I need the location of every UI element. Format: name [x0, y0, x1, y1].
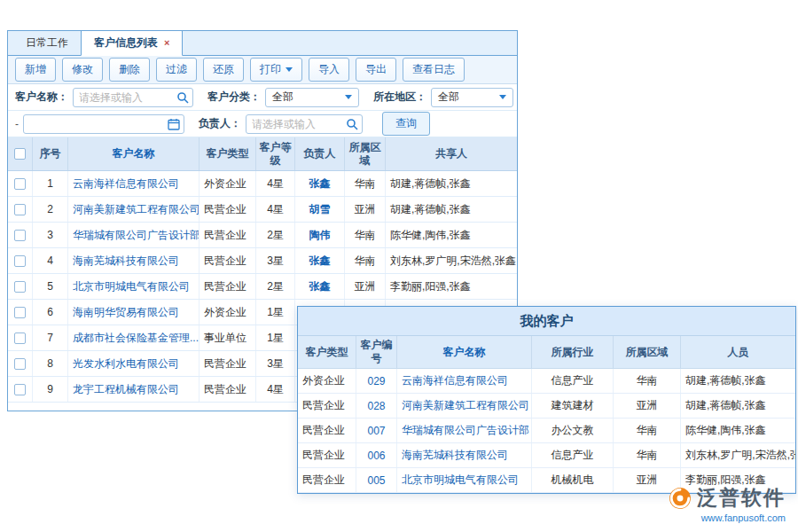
toolbar-button[interactable]: 导出	[356, 58, 396, 82]
cell-customer-code-link[interactable]: 006	[356, 443, 397, 467]
cell-no: 2	[33, 197, 68, 222]
cell-customer-name-link[interactable]: 河南美新建筑工程有限公司	[68, 197, 200, 222]
toolbar-button[interactable]: 查看日志	[403, 58, 465, 82]
table-row: 2 河南美新建筑工程有限公司 民营企业 4星 胡雪 亚洲 胡建,蒋德帧,张鑫	[8, 197, 517, 223]
cell-customer-type: 民营企业	[200, 197, 256, 222]
vendor-logo: 泛普软件 www.fanpusoft.com	[669, 484, 786, 523]
cell-no: 6	[33, 300, 68, 325]
cell-customer-name-link[interactable]: 云南海祥信息有限公司	[68, 171, 200, 196]
checkbox-cell	[8, 274, 33, 299]
search-icon[interactable]	[176, 91, 189, 104]
cell-manager-link[interactable]: 张鑫	[295, 248, 345, 273]
cell-customer-type: 外资企业	[298, 369, 356, 393]
close-icon[interactable]: ×	[164, 38, 169, 48]
checkbox-cell	[8, 248, 33, 273]
header-region: 所属区域	[614, 336, 681, 368]
cell-customer-name-link[interactable]: 海南芜城科技有限公司	[397, 443, 532, 467]
cell-customer-name-link[interactable]: 北京市明城电气有限公司	[397, 468, 532, 492]
cell-customer-name-link[interactable]: 龙宇工程机械有限公司	[68, 377, 200, 402]
cell-customer-type: 民营企业	[200, 248, 256, 273]
checkbox-cell	[8, 325, 33, 350]
customer-name-input[interactable]	[79, 91, 173, 104]
search-icon[interactable]	[346, 118, 358, 130]
cell-manager-link[interactable]: 张鑫	[295, 171, 345, 196]
filter-row-1: 客户名称： 客户分类： 全部 所在地区：	[8, 84, 517, 111]
cell-customer-name-link[interactable]: 北京市明城电气有限公司	[68, 274, 200, 299]
cell-customer-code-link[interactable]: 028	[356, 394, 397, 418]
row-checkbox[interactable]	[14, 281, 26, 293]
cell-customer-level: 4星	[256, 171, 295, 196]
tab-daily-work[interactable]: 日常工作	[13, 30, 81, 55]
cell-customer-name-link[interactable]: 成都市社会保险基金管理...	[68, 325, 200, 350]
table-row: 4 海南芜城科技有限公司 民营企业 3星 张鑫 华南 刘东林,罗广明,宋浩然,张…	[8, 248, 517, 274]
cell-industry: 信息产业	[532, 443, 614, 467]
table-row: 5 北京市明城电气有限公司 民营企业 2星 张鑫 亚洲 李勤丽,阳强,张鑫	[8, 274, 517, 300]
checkbox-cell	[8, 351, 33, 376]
query-button[interactable]: 查询	[382, 112, 430, 136]
row-checkbox[interactable]	[14, 204, 26, 215]
row-checkbox[interactable]	[14, 307, 26, 318]
row-checkbox[interactable]	[14, 358, 26, 370]
region-select[interactable]: 全部	[431, 88, 513, 107]
toolbar-button[interactable]: 打印	[250, 58, 302, 82]
header-customer-type: 客户类型	[298, 336, 356, 368]
table-row: 3 华瑞城有限公司广告设计部 民营企业 2星 陶伟 华南 陈华健,陶伟,张鑫	[8, 223, 517, 248]
row-checkbox[interactable]	[14, 230, 26, 241]
cell-customer-type: 民营企业	[200, 377, 256, 402]
toolbar-button[interactable]: 修改	[62, 58, 103, 82]
cell-customer-code-link[interactable]: 007	[356, 419, 397, 442]
manager-field	[246, 114, 363, 134]
tab-bar: 日常工作 客户信息列表 ×	[8, 31, 517, 56]
cell-no: 8	[33, 351, 68, 376]
cell-customer-name-link[interactable]: 海南明华贸易有限公司	[68, 300, 200, 325]
select-all-checkbox[interactable]	[14, 148, 26, 160]
cell-manager-link[interactable]: 胡雪	[295, 197, 345, 222]
toolbar-button[interactable]: 导入	[309, 58, 349, 82]
cell-customer-type: 民营企业	[298, 394, 356, 418]
header-customer-name: 客户名称	[68, 137, 200, 170]
toolbar-button[interactable]: 过滤	[156, 58, 197, 82]
date-input[interactable]	[29, 118, 164, 130]
header-customer-name: 客户名称	[397, 336, 532, 368]
customer-category-filter: 客户分类： 全部	[207, 88, 359, 107]
cell-region: 亚洲	[345, 197, 386, 222]
header-shared: 共享人	[386, 137, 517, 170]
calendar-icon[interactable]	[168, 118, 180, 130]
toolbar-button[interactable]: 新增	[15, 58, 56, 82]
cell-customer-name-link[interactable]: 河南美新建筑工程有限公司	[397, 394, 532, 418]
region-filter: 所在地区： 全部	[373, 88, 513, 107]
header-customer-level: 客户等级	[256, 137, 295, 170]
toolbar-button-label: 还原	[213, 62, 234, 77]
row-checkbox[interactable]	[14, 255, 26, 267]
cell-shared: 李勤丽,阳强,张鑫	[386, 274, 517, 299]
tab-customer-list[interactable]: 客户信息列表 ×	[81, 30, 183, 56]
cell-industry: 办公文教	[532, 419, 614, 442]
header-customer-type: 客户类型	[200, 137, 256, 170]
cell-customer-name-link[interactable]: 华瑞城有限公司广告设计部	[397, 419, 532, 442]
screen: 日常工作 客户信息列表 × 新增 修改 删除	[0, 0, 798, 532]
cell-customer-name-link[interactable]: 海南芜城科技有限公司	[68, 248, 200, 273]
cell-customer-name-link[interactable]: 华瑞城有限公司广告设计部	[68, 223, 200, 247]
cell-manager-link[interactable]: 张鑫	[295, 274, 345, 299]
customer-category-select[interactable]: 全部	[265, 88, 359, 107]
cell-manager-link[interactable]: 陶伟	[295, 223, 345, 247]
toolbar-button[interactable]: 删除	[109, 58, 150, 82]
cell-customer-code-link[interactable]: 005	[356, 468, 397, 492]
cell-customer-name-link[interactable]: 云南海祥信息有限公司	[397, 369, 532, 393]
row-checkbox[interactable]	[14, 332, 26, 344]
toolbar-button[interactable]: 还原	[203, 58, 244, 82]
cell-customer-level: 1星	[256, 300, 295, 325]
cell-customer-type: 民营企业	[298, 468, 356, 492]
cell-region: 华南	[345, 223, 386, 247]
manager-input[interactable]	[252, 118, 342, 130]
chevron-down-icon	[286, 67, 293, 72]
header-manager: 负责人	[295, 137, 345, 170]
row-checkbox[interactable]	[14, 178, 26, 190]
date-field	[23, 114, 184, 134]
cell-customer-code-link[interactable]: 029	[356, 369, 397, 393]
cell-customer-name-link[interactable]: 光发水利水电有限公司	[68, 351, 200, 376]
checkbox-cell	[8, 377, 33, 402]
customer-name-field	[73, 88, 193, 107]
row-checkbox[interactable]	[14, 384, 26, 395]
cell-customer-level: 3星	[256, 351, 295, 376]
